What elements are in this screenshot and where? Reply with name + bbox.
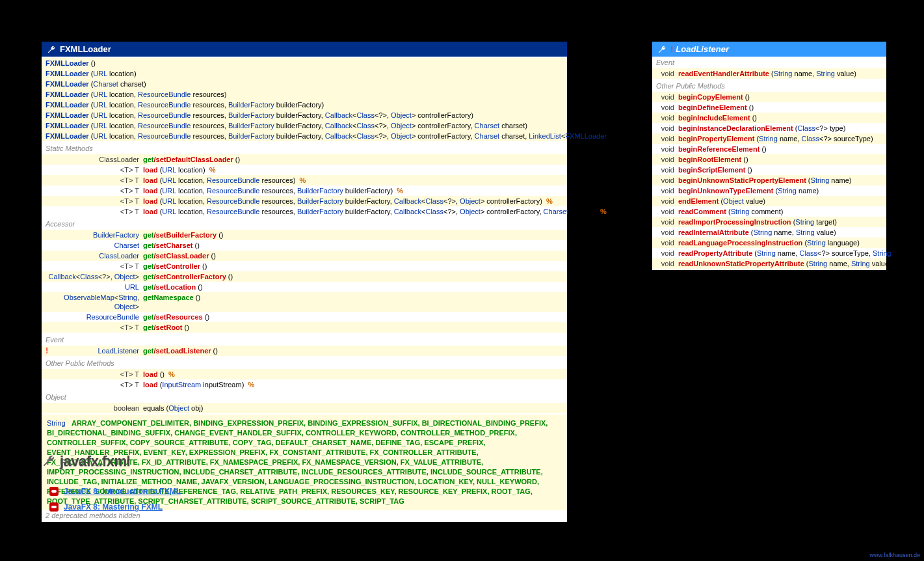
static-methods: ClassLoaderget/setDefaultClassLoader ()<…: [42, 153, 567, 218]
credit: www.falkhausen.de: [869, 552, 920, 558]
section-other: Other Public Methods: [652, 80, 886, 90]
method-row: voidbeginUnknownTypeElement (String name…: [652, 185, 886, 196]
constructor-row: FXMLLoader (URL location, ResourceBundle…: [42, 89, 567, 100]
method-row: <T> Tload (URL location, ResourceBundle …: [42, 206, 567, 217]
constructor-row: FXMLLoader (URL location, ResourceBundle…: [42, 110, 567, 120]
method-row: booleanequals (Object obj): [42, 403, 567, 413]
method-row: voidbeginCopyElement (): [652, 92, 886, 102]
method-row: <T> Tload (URL location, ResourceBundle …: [42, 175, 567, 185]
constructor-row: FXMLLoader (URL location, ResourceBundle…: [42, 131, 567, 141]
other-methods: <T> Tload () %<T> Tload (InputStream inp…: [42, 368, 567, 391]
constructor-row: FXMLLoader (Charset charset): [42, 79, 567, 89]
section-accessor: Accessor: [42, 218, 567, 228]
method-row: voidbeginReferenceElement (): [652, 144, 886, 154]
method-row: voidbeginPropertyElement (String name, C…: [652, 133, 886, 144]
package-badge: javafx.fxml: [42, 453, 130, 470]
method-row: voidbeginRootElement (): [652, 154, 886, 165]
method-row: <T> Tload (URL location, ResourceBundle …: [42, 196, 567, 206]
event-row: !LoadListenerget/setLoadListener (): [42, 346, 567, 356]
constant-prefix: String: [47, 419, 66, 427]
link-bullet-icon: [49, 502, 59, 512]
wrench-icon: [657, 45, 667, 54]
accessors: BuilderFactoryget/setBuilderFactory ()Ch…: [42, 228, 567, 334]
method-row: voidbeginInstanceDeclarationElement (Cla…: [652, 123, 886, 133]
right-other: voidbeginCopyElement ()voidbeginDefineEl…: [652, 90, 886, 270]
method-row: voidbeginUnknownStaticPropertyElement (S…: [652, 175, 886, 185]
method-row: <T> Tget/setController (): [42, 261, 567, 271]
external-link-row: JavaFX 8: Mastering FXML: [49, 502, 181, 512]
right-events: voidreadEventHandlerAttribute (String na…: [652, 67, 886, 80]
class-title: FXMLLoader: [60, 44, 111, 54]
method-row: voidbeginDefineElement (): [652, 102, 886, 113]
constructors: FXMLLoader ()FXMLLoader (URL location)FX…: [42, 57, 567, 143]
method-row: voidreadPropertyAttribute (String name, …: [652, 248, 886, 258]
method-row: voidreadLanguageProcessingInstruction (S…: [652, 238, 886, 248]
link-bullet-icon: [49, 487, 59, 496]
events: !LoadListenerget/setLoadListener (): [42, 344, 567, 357]
method-row: voidreadInternalAttribute (String name, …: [652, 227, 886, 238]
method-row: Charsetget/setCharset (): [42, 240, 567, 251]
constructor-row: FXMLLoader (): [42, 58, 567, 68]
method-row: <T> Tload (URL location, ResourceBundle …: [42, 185, 567, 196]
section-object: Object: [42, 391, 567, 402]
wrench-icon: [42, 454, 56, 469]
section-event: Event: [652, 57, 886, 67]
external-link[interactable]: JavaFX 8: Introduction to FXML: [64, 487, 181, 496]
object-methods: booleanequals (Object obj): [42, 402, 567, 415]
section-static-methods: Static Methods: [42, 143, 567, 153]
method-row: voidreadEventHandlerAttribute (String na…: [652, 68, 886, 79]
method-row: <T> Tget/setRoot (): [42, 322, 567, 333]
method-row: voidendElement (Object value): [652, 196, 886, 206]
method-row: ClassLoaderget/setDefaultClassLoader (): [42, 154, 567, 165]
constructor-row: FXMLLoader (URL location): [42, 68, 567, 79]
package-name: javafx.fxml: [60, 453, 130, 470]
class-card-fxmlloader: FXMLLoader FXMLLoader ()FXMLLoader (URL …: [42, 42, 567, 522]
section-event: Event: [42, 334, 567, 344]
method-row: voidbeginIncludeElement (): [652, 113, 886, 123]
method-row: URLget/setLocation (): [42, 282, 567, 292]
method-row: voidreadUnknownStaticPropertyAttribute (…: [652, 258, 886, 269]
wrench-icon: [47, 45, 56, 54]
method-row: BuilderFactoryget/setBuilderFactory (): [42, 230, 567, 240]
method-row: voidbeginScriptElement (): [652, 165, 886, 175]
method-row: voidreadComment (String comment): [652, 206, 886, 217]
external-link-row: JavaFX 8: Introduction to FXML: [49, 487, 181, 496]
external-links: JavaFX 8: Introduction to FXMLJavaFX 8: …: [49, 487, 181, 518]
interface-title: LoadListener: [676, 44, 729, 54]
titlebar: ! LoadListener: [652, 42, 886, 57]
method-row: <T> Tload (URL location) %: [42, 165, 567, 175]
section-other: Other Public Methods: [42, 357, 567, 368]
method-row: <T> Tload (InputStream inputStream) %: [42, 379, 567, 390]
method-row: ClassLoaderget/setClassLoader (): [42, 251, 567, 261]
external-link[interactable]: JavaFX 8: Mastering FXML: [64, 502, 163, 512]
titlebar: FXMLLoader: [42, 42, 567, 57]
method-row: voidreadImportProcessingInstruction (Str…: [652, 217, 886, 227]
constructor-row: FXMLLoader (URL location, ResourceBundle…: [42, 120, 567, 131]
method-row: ResourceBundleget/setResources (): [42, 312, 567, 322]
interface-card-loadlistener: ! LoadListener Event voidreadEventHandle…: [652, 42, 886, 270]
method-row: Callback<Class<?>, Object>get/setControl…: [42, 271, 567, 282]
method-row: ObservableMap<String, Object>getNamespac…: [42, 292, 567, 312]
method-row: <T> Tload () %: [42, 369, 567, 379]
constructor-row: FXMLLoader (URL location, ResourceBundle…: [42, 100, 567, 110]
bang-icon: !: [670, 44, 673, 54]
